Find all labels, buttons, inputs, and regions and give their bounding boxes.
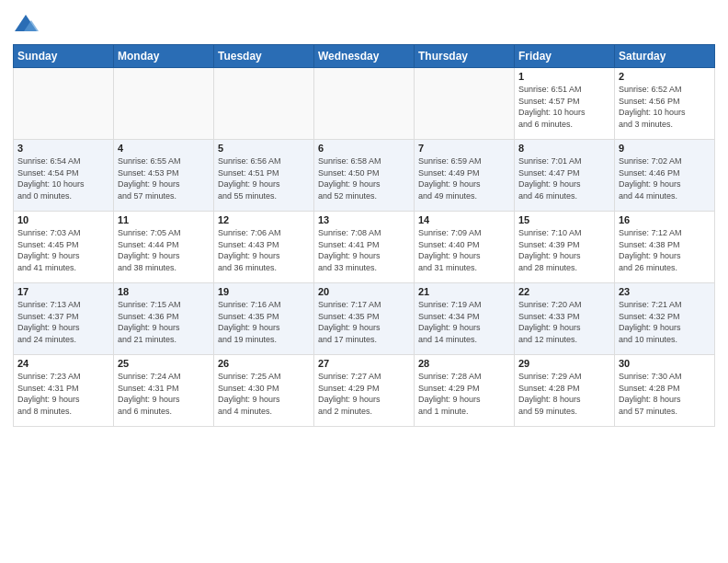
calendar-cell [114,68,214,140]
day-number: 10 [17,214,109,225]
day-number: 28 [418,358,510,369]
day-number: 3 [17,143,109,154]
day-detail: Sunrise: 7:16 AM Sunset: 4:35 PM Dayligh… [218,299,310,345]
calendar-cell: 8Sunrise: 7:01 AM Sunset: 4:47 PM Daylig… [515,140,615,212]
day-detail: Sunrise: 7:17 AM Sunset: 4:35 PM Dayligh… [318,299,410,345]
day-detail: Sunrise: 7:29 AM Sunset: 4:28 PM Dayligh… [518,371,610,417]
calendar-cell: 10Sunrise: 7:03 AM Sunset: 4:45 PM Dayli… [14,212,114,283]
week-row-1: 1Sunrise: 6:51 AM Sunset: 4:57 PM Daylig… [14,68,715,140]
calendar-cell: 29Sunrise: 7:29 AM Sunset: 4:28 PM Dayli… [515,355,615,427]
day-number: 27 [318,358,410,369]
day-number: 5 [218,143,310,154]
day-detail: Sunrise: 6:52 AM Sunset: 4:56 PM Dayligh… [619,84,711,130]
day-number: 26 [218,358,310,369]
day-number: 9 [619,143,711,154]
calendar-cell: 19Sunrise: 7:16 AM Sunset: 4:35 PM Dayli… [214,283,314,355]
week-row-4: 17Sunrise: 7:13 AM Sunset: 4:37 PM Dayli… [14,283,715,355]
calendar-cell: 28Sunrise: 7:28 AM Sunset: 4:29 PM Dayli… [415,355,515,427]
day-number: 29 [518,358,610,369]
calendar-cell: 15Sunrise: 7:10 AM Sunset: 4:39 PM Dayli… [515,212,615,283]
day-number: 6 [318,143,410,154]
calendar-cell: 5Sunrise: 6:56 AM Sunset: 4:51 PM Daylig… [214,140,314,212]
day-number: 20 [318,286,410,297]
day-number: 19 [218,286,310,297]
calendar-cell: 20Sunrise: 7:17 AM Sunset: 4:35 PM Dayli… [314,283,415,355]
weekday-friday: Friday [515,45,615,68]
calendar-cell: 13Sunrise: 7:08 AM Sunset: 4:41 PM Dayli… [314,212,415,283]
day-detail: Sunrise: 6:55 AM Sunset: 4:53 PM Dayligh… [118,155,210,201]
day-number: 7 [418,143,510,154]
calendar-cell: 1Sunrise: 6:51 AM Sunset: 4:57 PM Daylig… [515,68,615,140]
day-detail: Sunrise: 7:30 AM Sunset: 4:28 PM Dayligh… [619,371,711,417]
weekday-tuesday: Tuesday [214,45,314,68]
day-detail: Sunrise: 7:23 AM Sunset: 4:31 PM Dayligh… [17,371,109,417]
week-row-3: 10Sunrise: 7:03 AM Sunset: 4:45 PM Dayli… [14,212,715,283]
calendar-cell [314,68,415,140]
day-number: 8 [518,143,610,154]
calendar-cell: 30Sunrise: 7:30 AM Sunset: 4:28 PM Dayli… [615,355,715,427]
calendar-cell: 23Sunrise: 7:21 AM Sunset: 4:32 PM Dayli… [615,283,715,355]
day-detail: Sunrise: 7:20 AM Sunset: 4:33 PM Dayligh… [518,299,610,345]
page: SundayMondayTuesdayWednesdayThursdayFrid… [0,0,728,563]
day-detail: Sunrise: 6:54 AM Sunset: 4:54 PM Dayligh… [17,155,109,201]
day-detail: Sunrise: 7:15 AM Sunset: 4:36 PM Dayligh… [118,299,210,345]
calendar: SundayMondayTuesdayWednesdayThursdayFrid… [13,44,715,427]
calendar-cell: 27Sunrise: 7:27 AM Sunset: 4:29 PM Dayli… [314,355,415,427]
day-number: 22 [518,286,610,297]
calendar-cell: 12Sunrise: 7:06 AM Sunset: 4:43 PM Dayli… [214,212,314,283]
day-number: 16 [619,214,711,225]
day-detail: Sunrise: 7:13 AM Sunset: 4:37 PM Dayligh… [17,299,109,345]
day-number: 12 [218,214,310,225]
day-number: 17 [17,286,109,297]
calendar-cell: 3Sunrise: 6:54 AM Sunset: 4:54 PM Daylig… [14,140,114,212]
day-detail: Sunrise: 7:28 AM Sunset: 4:29 PM Dayligh… [418,371,510,417]
calendar-cell: 18Sunrise: 7:15 AM Sunset: 4:36 PM Dayli… [114,283,214,355]
day-detail: Sunrise: 6:59 AM Sunset: 4:49 PM Dayligh… [418,155,510,201]
calendar-cell: 6Sunrise: 6:58 AM Sunset: 4:50 PM Daylig… [314,140,415,212]
day-detail: Sunrise: 6:56 AM Sunset: 4:51 PM Dayligh… [218,155,310,201]
day-detail: Sunrise: 7:25 AM Sunset: 4:30 PM Dayligh… [218,371,310,417]
day-number: 18 [118,286,210,297]
day-detail: Sunrise: 6:58 AM Sunset: 4:50 PM Dayligh… [318,155,410,201]
day-detail: Sunrise: 6:51 AM Sunset: 4:57 PM Dayligh… [518,84,610,130]
day-number: 1 [518,71,610,82]
day-number: 25 [118,358,210,369]
calendar-cell: 26Sunrise: 7:25 AM Sunset: 4:30 PM Dayli… [214,355,314,427]
calendar-cell: 25Sunrise: 7:24 AM Sunset: 4:31 PM Dayli… [114,355,214,427]
calendar-cell: 4Sunrise: 6:55 AM Sunset: 4:53 PM Daylig… [114,140,214,212]
calendar-cell: 9Sunrise: 7:02 AM Sunset: 4:46 PM Daylig… [615,140,715,212]
logo [13,13,42,39]
calendar-cell [415,68,515,140]
day-number: 2 [619,71,711,82]
day-detail: Sunrise: 7:08 AM Sunset: 4:41 PM Dayligh… [318,227,410,273]
day-detail: Sunrise: 7:06 AM Sunset: 4:43 PM Dayligh… [218,227,310,273]
day-number: 4 [118,143,210,154]
day-number: 15 [518,214,610,225]
week-row-5: 24Sunrise: 7:23 AM Sunset: 4:31 PM Dayli… [14,355,715,427]
day-detail: Sunrise: 7:12 AM Sunset: 4:38 PM Dayligh… [619,227,711,273]
day-number: 30 [619,358,711,369]
calendar-cell: 21Sunrise: 7:19 AM Sunset: 4:34 PM Dayli… [415,283,515,355]
day-number: 21 [418,286,510,297]
weekday-header-row: SundayMondayTuesdayWednesdayThursdayFrid… [14,45,715,68]
calendar-cell [214,68,314,140]
header [13,9,715,39]
day-number: 13 [318,214,410,225]
day-number: 11 [118,214,210,225]
calendar-cell: 17Sunrise: 7:13 AM Sunset: 4:37 PM Dayli… [14,283,114,355]
day-detail: Sunrise: 7:01 AM Sunset: 4:47 PM Dayligh… [518,155,610,201]
weekday-thursday: Thursday [415,45,515,68]
day-detail: Sunrise: 7:21 AM Sunset: 4:32 PM Dayligh… [619,299,711,345]
week-row-2: 3Sunrise: 6:54 AM Sunset: 4:54 PM Daylig… [14,140,715,212]
calendar-cell: 14Sunrise: 7:09 AM Sunset: 4:40 PM Dayli… [415,212,515,283]
calendar-cell: 7Sunrise: 6:59 AM Sunset: 4:49 PM Daylig… [415,140,515,212]
day-detail: Sunrise: 7:24 AM Sunset: 4:31 PM Dayligh… [118,371,210,417]
weekday-saturday: Saturday [615,45,715,68]
day-number: 14 [418,214,510,225]
day-detail: Sunrise: 7:03 AM Sunset: 4:45 PM Dayligh… [17,227,109,273]
calendar-cell: 11Sunrise: 7:05 AM Sunset: 4:44 PM Dayli… [114,212,214,283]
logo-icon [13,13,39,39]
day-detail: Sunrise: 7:27 AM Sunset: 4:29 PM Dayligh… [318,371,410,417]
day-detail: Sunrise: 7:10 AM Sunset: 4:39 PM Dayligh… [518,227,610,273]
weekday-wednesday: Wednesday [314,45,415,68]
